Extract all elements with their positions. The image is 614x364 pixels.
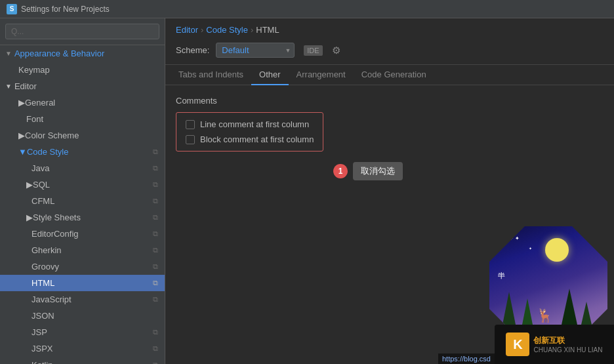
sidebar-item-style-sheets[interactable]: ▶ Style Sheets ⧉ [0,209,165,226]
watermark-label: 创新互联 [533,335,602,346]
copy-icon-editorconfig: ⧉ [153,230,158,238]
scheme-select-wrap: Default [216,43,295,58]
sidebar-item-keymap[interactable]: Keymap [0,62,165,78]
comments-section-label: Comments [176,96,604,106]
sidebar-item-kotlin[interactable]: Kotlin ⧉ [0,357,165,364]
sidebar-item-java[interactable]: Java ⧉ [0,160,165,176]
scheme-select[interactable]: Default [216,43,295,58]
sidebar-item-font[interactable]: Font [0,111,165,127]
copy-icon-kotlin: ⧉ [153,361,158,364]
sidebar-item-jsp[interactable]: JSP ⧉ [0,324,165,340]
scheme-ide-badge: IDE [304,45,322,56]
sidebar-item-general[interactable]: ▶ General [0,94,165,111]
sidebar-item-html[interactable]: HTML ⧉ [0,275,165,291]
breadcrumb-html: HTML [256,25,279,35]
breadcrumb-code-style: Code Style [206,25,248,35]
search-input[interactable] [5,24,159,39]
tab-other[interactable]: Other [251,65,289,85]
sidebar: ▼ Appearance & Behavior Keymap ▼ Editor … [0,18,165,364]
comments-box: Line comment at first column Block comme… [176,112,323,152]
sidebar-item-json[interactable]: JSON [0,308,165,324]
sidebar-item-groovy[interactable]: Groovy ⧉ [0,258,165,275]
watermark-url: https://blog.csd [438,354,495,364]
copy-icon: ⧉ [153,148,158,156]
editor-arrow-icon: ▼ [5,83,12,90]
copy-icon-cfml: ⧉ [153,197,158,205]
tab-code-generation[interactable]: Code Generation [354,65,434,85]
copy-icon-jsp: ⧉ [153,328,158,336]
sidebar-item-gherkin[interactable]: Gherkin ⧉ [0,242,165,258]
style-sheets-arrow-icon: ▶ [26,212,33,222]
sidebar-item-editorconfig[interactable]: EditorConfig ⧉ [0,226,165,242]
sidebar-item-jspx[interactable]: JSPX ⧉ [0,340,165,357]
sidebar-item-code-style[interactable]: ▼ Code Style ⧉ [0,144,165,160]
line-comment-label: Line comment at first column [200,119,309,129]
copy-icon-html: ⧉ [153,279,158,287]
tooltip-number: 1 [333,164,348,178]
copy-icon-jspx: ⧉ [153,344,158,353]
line-comment-row[interactable]: Line comment at first column [186,119,314,129]
search-box [0,18,165,45]
block-comment-label: Block comment at first column [200,134,314,144]
copy-icon-sql: ⧉ [153,180,158,189]
sidebar-item-cfml[interactable]: CFML ⧉ [0,193,165,209]
sidebar-item-editor[interactable]: ▼ Editor [0,78,165,94]
code-style-arrow-icon: ▼ [18,147,27,157]
block-comment-checkbox[interactable] [186,135,195,144]
copy-icon-groovy: ⧉ [153,262,158,271]
tooltip-bubble: 1 取消勾选 [333,162,604,180]
copy-icon-gherkin: ⧉ [153,246,158,254]
tooltip-text: 取消勾选 [353,162,403,180]
tabs-row: Tabs and Indents Other Arrangement Code … [165,65,614,85]
scheme-row: Scheme: Default IDE ⚙ [165,39,614,65]
scheme-gear-button[interactable]: ⚙ [329,43,343,58]
general-arrow-icon: ▶ [18,98,25,108]
breadcrumb-sep2: › [251,25,253,35]
sidebar-item-javascript[interactable]: JavaScript ⧉ [0,291,165,308]
breadcrumb: Editor › Code Style › HTML [165,18,614,39]
app-icon: S [7,4,17,14]
copy-icon-style-sheets: ⧉ [153,213,158,222]
copy-icon-javascript: ⧉ [153,295,158,304]
right-panel: Editor › Code Style › HTML Scheme: Defau… [165,18,614,364]
sql-arrow-icon: ▶ [26,180,33,190]
line-comment-checkbox[interactable] [186,120,195,129]
tab-arrangement[interactable]: Arrangement [289,65,354,85]
block-comment-row[interactable]: Block comment at first column [186,134,314,144]
watermark-brand: K 创新互联 CHUANG XIN HU LIAN [495,325,614,364]
window-title: Settings for New Projects [21,5,110,14]
expand-arrow-icon: ▼ [5,50,12,57]
main-content: ▼ Appearance & Behavior Keymap ▼ Editor … [0,18,614,364]
scheme-label: Scheme: [176,45,209,55]
sidebar-item-sql[interactable]: ▶ SQL ⧉ [0,176,165,193]
sidebar-item-appearance-behavior[interactable]: ▼ Appearance & Behavior [0,45,165,62]
copy-icon-java: ⧉ [153,164,158,172]
breadcrumb-sep1: › [201,25,203,35]
sidebar-item-color-scheme[interactable]: ▶ Color Scheme [0,127,165,144]
title-bar: S Settings for New Projects [0,0,614,18]
breadcrumb-editor: Editor [176,25,198,35]
tab-tabs-and-indents[interactable]: Tabs and Indents [171,65,251,85]
color-scheme-arrow-icon: ▶ [18,131,25,140]
